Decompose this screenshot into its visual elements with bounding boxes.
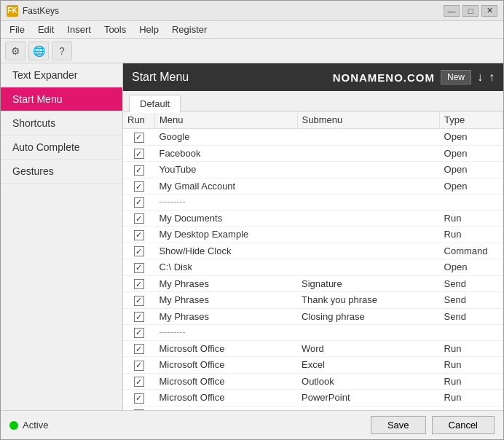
checkbox[interactable] <box>134 230 144 240</box>
tab-default[interactable]: Default <box>129 95 181 113</box>
checkbox[interactable] <box>134 133 144 143</box>
checkbox[interactable] <box>134 377 144 387</box>
checkbox-cell[interactable] <box>123 162 154 178</box>
bottom-bar: Active Save Cancel <box>1 410 503 439</box>
save-button[interactable]: Save <box>371 416 426 434</box>
submenu-cell: Excel <box>297 357 440 374</box>
menu-tools[interactable]: Tools <box>98 23 132 36</box>
checkbox[interactable] <box>134 149 144 159</box>
checkbox[interactable] <box>134 296 144 306</box>
submenu-cell <box>297 178 440 195</box>
type-cell: Run <box>440 210 503 227</box>
checkbox-cell[interactable] <box>123 243 154 259</box>
checkbox[interactable] <box>134 328 144 338</box>
checkbox-cell[interactable] <box>123 129 154 146</box>
table-row: YouTubeOpen <box>123 162 503 178</box>
checkbox[interactable] <box>134 213 144 224</box>
checkbox-cell[interactable] <box>123 308 154 325</box>
checkbox-cell[interactable] <box>123 340 154 357</box>
sidebar-item-shortcuts[interactable]: Shortcuts <box>1 111 122 135</box>
type-cell <box>440 195 503 211</box>
checkbox-cell[interactable] <box>123 325 154 341</box>
cancel-button[interactable]: Cancel <box>432 416 495 434</box>
sidebar-item-gestures[interactable]: Gestures <box>1 160 122 184</box>
type-cell: Run <box>440 340 503 357</box>
menu-edit[interactable]: Edit <box>32 23 60 36</box>
checkbox-cell[interactable] <box>123 259 154 276</box>
checkbox[interactable] <box>134 361 144 371</box>
sidebar-item-start-menu[interactable]: Start Menu <box>1 87 122 111</box>
table-row: My Gmail AccountOpen <box>123 178 503 195</box>
table-row: Microsoft OfficeExcelRun <box>123 357 503 374</box>
menu-cell: Microsoft Office <box>154 357 297 374</box>
bottom-buttons: Save Cancel <box>371 416 495 434</box>
globe-button[interactable]: 🌐 <box>28 42 49 60</box>
new-button[interactable]: New <box>441 70 471 85</box>
checkbox-cell[interactable] <box>123 145 154 162</box>
checkbox[interactable] <box>134 181 144 192</box>
checkbox-cell[interactable] <box>123 357 154 374</box>
submenu-cell: Thank you phrase <box>297 292 440 309</box>
checkbox[interactable] <box>134 312 144 322</box>
table-row: FacebookOpen <box>123 145 503 162</box>
checkbox[interactable] <box>134 263 144 273</box>
minimize-button[interactable]: — <box>444 5 460 17</box>
checkbox[interactable] <box>134 246 144 256</box>
status-text: Active <box>23 420 48 431</box>
menu-cell: YouTube <box>154 162 297 178</box>
checkbox-cell[interactable] <box>123 390 154 406</box>
type-cell: Open <box>440 162 503 178</box>
settings-icon: ⚙ <box>11 45 20 57</box>
table-row: My Desktop ExampleRun <box>123 227 503 243</box>
submenu-cell: PowerPoint <box>297 390 440 406</box>
checkbox-cell[interactable] <box>123 275 154 292</box>
table-container[interactable]: Run Menu Submenu Type GoogleOpenFacebook… <box>123 111 503 410</box>
menu-cell: Microsoft Office <box>154 340 297 357</box>
arrow-down-icon[interactable]: ↓ <box>477 71 483 84</box>
checkbox-cell[interactable] <box>123 292 154 309</box>
menu-cell: Google <box>154 129 297 146</box>
type-cell: Open <box>440 178 503 195</box>
panel-title: Start Menu <box>132 71 189 84</box>
checkbox[interactable] <box>134 279 144 289</box>
sidebar-item-text-expander[interactable]: Text Expander <box>1 63 122 87</box>
sidebar: Text Expander Start Menu Shortcuts Auto … <box>1 63 123 410</box>
maximize-button[interactable]: □ <box>462 5 479 17</box>
table-row: Show/Hide ClockCommand <box>123 243 503 259</box>
menu-insert[interactable]: Insert <box>61 23 97 36</box>
checkbox-cell[interactable] <box>123 178 154 195</box>
checkbox[interactable] <box>134 393 144 404</box>
menu-bar: File Edit Insert Tools Help Register <box>1 21 503 39</box>
table-row: My PhrasesClosing phraseSend <box>123 308 503 325</box>
help-button[interactable]: ? <box>52 42 72 60</box>
table-row: My PhrasesThank you phraseSend <box>123 292 503 309</box>
menu-file[interactable]: File <box>4 23 31 36</box>
checkbox-cell[interactable] <box>123 373 154 390</box>
header-type: Type <box>440 111 503 129</box>
menu-cell: My Gmail Account <box>154 178 297 195</box>
menu-register[interactable]: Register <box>166 23 213 36</box>
checkbox-cell[interactable] <box>123 195 154 211</box>
type-cell: Send <box>440 292 503 309</box>
type-cell: Run <box>440 390 503 406</box>
submenu-cell <box>297 195 440 211</box>
checkbox-cell[interactable] <box>123 227 154 243</box>
submenu-cell <box>297 162 440 178</box>
table-header-row: Run Menu Submenu Type <box>123 111 503 129</box>
app-icon: FK <box>7 5 18 17</box>
checkbox[interactable] <box>134 344 144 354</box>
checkbox[interactable] <box>134 197 144 208</box>
panel-header: Start Menu NONAMENO.COM New ↓ ↑ <box>123 63 503 91</box>
table-row: Microsoft OfficePowerPointRun <box>123 390 503 406</box>
menu-help[interactable]: Help <box>133 23 165 36</box>
arrow-up-icon[interactable]: ↑ <box>489 71 495 84</box>
close-button[interactable]: ✕ <box>481 5 497 17</box>
submenu-cell: Signature <box>297 275 440 292</box>
type-cell: Open <box>440 145 503 162</box>
panel-domain: NONAMENO.COM <box>333 71 435 84</box>
submenu-cell <box>297 227 440 243</box>
checkbox-cell[interactable] <box>123 210 154 227</box>
settings-button[interactable]: ⚙ <box>5 42 25 60</box>
checkbox[interactable] <box>134 165 144 176</box>
sidebar-item-auto-complete[interactable]: Auto Complete <box>1 135 122 160</box>
